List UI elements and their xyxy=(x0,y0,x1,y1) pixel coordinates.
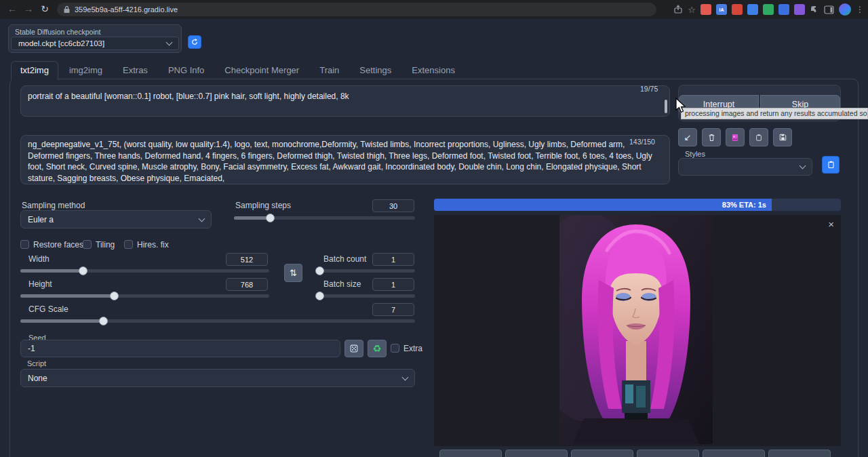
gallery-action-button[interactable] xyxy=(768,450,831,457)
image-viewer: × xyxy=(434,215,841,446)
gallery-actions xyxy=(439,450,831,457)
apply-styles-button[interactable] xyxy=(749,128,768,146)
slider-handle[interactable] xyxy=(315,292,324,300)
tab-img2img[interactable]: img2img xyxy=(60,61,112,81)
swap-icon: ⇅ xyxy=(290,268,297,278)
width-slider[interactable] xyxy=(20,269,269,273)
interrupt-tooltip: processing images and return any results… xyxy=(681,108,868,119)
negative-token-counter: 143/150 xyxy=(629,138,655,146)
apply-style-to-prompt-button[interactable] xyxy=(822,156,840,174)
sampling-steps-value[interactable]: 30 xyxy=(372,199,414,212)
progress-bar: 83% ETA: 1s xyxy=(434,199,841,211)
prompt-text: portrait of a beautiful [woman::0.1] rob… xyxy=(28,92,349,101)
sampling-method-value: Euler a xyxy=(28,215,54,224)
tab-extensions[interactable]: Extensions xyxy=(402,61,465,81)
height-value[interactable]: 768 xyxy=(226,278,268,291)
negative-prompt-text: ng_deepnegative_v1_75t, (worst quality, … xyxy=(28,140,652,183)
swap-dimensions-button[interactable]: ⇅ xyxy=(284,264,302,282)
generated-image[interactable] xyxy=(559,215,713,444)
batch-size-label: Batch size xyxy=(323,279,361,289)
mouse-cursor xyxy=(675,98,688,117)
portrait-image xyxy=(559,215,713,444)
tab-train[interactable]: Train xyxy=(310,61,349,81)
gallery-action-button[interactable] xyxy=(439,450,502,457)
restore-faces-checkbox[interactable] xyxy=(20,240,29,249)
slider-handle[interactable] xyxy=(266,214,275,222)
paste-params-button[interactable]: ↙ xyxy=(678,128,697,146)
dice-icon xyxy=(349,344,359,353)
chevron-down-icon xyxy=(199,215,205,222)
height-slider[interactable] xyxy=(20,294,269,298)
chevron-down-icon xyxy=(402,374,409,380)
close-image-button[interactable]: × xyxy=(828,219,834,229)
cfg-scale-slider[interactable] xyxy=(20,319,415,323)
sampling-method-label: Sampling method xyxy=(22,201,85,210)
sampling-steps-slider[interactable] xyxy=(234,216,415,220)
slider-handle[interactable] xyxy=(79,266,87,275)
paste-arrow-icon: ↙ xyxy=(684,132,692,142)
tab-extras[interactable]: Extras xyxy=(113,61,157,81)
reuse-seed-button[interactable]: ♻ xyxy=(368,340,387,357)
height-label: Height xyxy=(28,279,52,289)
save-style-button[interactable] xyxy=(773,128,792,146)
tab-checkpoint-merger[interactable]: Checkpoint Merger xyxy=(215,61,309,81)
progress-text: 83% ETA: 1s xyxy=(722,201,766,209)
tab-txt2img[interactable]: txt2img xyxy=(11,61,58,81)
trash-icon xyxy=(707,133,716,142)
prompt-token-counter: 19/75 xyxy=(640,85,658,93)
script-value: None xyxy=(28,374,47,383)
clipboard-icon xyxy=(827,160,835,170)
batch-count-value[interactable]: 1 xyxy=(372,253,414,266)
prompt-tools: ↙ xyxy=(678,128,792,146)
script-dropdown[interactable]: None xyxy=(20,369,415,387)
gallery-action-button[interactable] xyxy=(571,450,633,457)
cfg-scale-label: CFG Scale xyxy=(28,304,68,314)
script-label: Script xyxy=(27,359,46,367)
sampling-steps-label: Sampling steps xyxy=(235,201,291,210)
recycle-icon: ♻ xyxy=(373,343,382,354)
clipboard-icon xyxy=(755,133,763,142)
styles-label: Styles xyxy=(685,150,705,158)
sampling-method-dropdown[interactable]: Euler a xyxy=(20,210,212,228)
hires-fix-label: Hires. fix xyxy=(137,240,169,250)
width-label: Width xyxy=(28,254,50,264)
batch-size-value[interactable]: 1 xyxy=(372,278,414,291)
clear-prompt-button[interactable] xyxy=(702,128,721,146)
progress-fill: 83% ETA: 1s xyxy=(434,199,772,211)
hires-fix-checkbox[interactable] xyxy=(124,240,133,249)
card-icon xyxy=(730,133,740,142)
extra-seed-label: Extra xyxy=(403,344,422,353)
gallery-action-button[interactable] xyxy=(637,450,699,457)
tiling-label: Tiling xyxy=(96,240,115,250)
seed-input[interactable]: -1 xyxy=(20,340,340,357)
random-seed-button[interactable] xyxy=(344,340,363,357)
main-tabs: txt2img img2img Extras PNG Info Checkpoi… xyxy=(11,61,465,81)
tiling-checkbox[interactable] xyxy=(83,240,92,249)
restore-faces-label: Restore faces xyxy=(33,240,83,250)
save-icon xyxy=(778,133,787,142)
seed-value: -1 xyxy=(28,344,35,353)
extra-seed-checkbox[interactable] xyxy=(391,344,399,353)
batch-size-slider[interactable] xyxy=(317,294,415,298)
batch-count-label: Batch count xyxy=(323,254,366,264)
slider-handle[interactable] xyxy=(99,317,108,325)
slider-handle[interactable] xyxy=(110,292,119,300)
prompt-input[interactable]: portrait of a beautiful [woman::0.1] rob… xyxy=(20,85,670,117)
batch-count-slider[interactable] xyxy=(317,269,415,273)
extra-networks-button[interactable] xyxy=(726,128,745,146)
prompt-scrollbar[interactable] xyxy=(665,100,667,113)
styles-dropdown[interactable] xyxy=(678,158,812,176)
slider-handle[interactable] xyxy=(315,266,324,275)
gallery-action-button[interactable] xyxy=(703,450,765,457)
tab-png-info[interactable]: PNG Info xyxy=(159,61,214,81)
chevron-down-icon xyxy=(800,163,806,170)
screen: ← → ↻ 359e5b9a-a5ff-4216.gradio.live ☆ I… xyxy=(0,0,868,457)
negative-prompt-input[interactable]: ng_deepnegative_v1_75t, (worst quality, … xyxy=(20,135,670,184)
gallery-action-button[interactable] xyxy=(505,450,568,457)
cfg-scale-value[interactable]: 7 xyxy=(372,303,414,316)
width-value[interactable]: 512 xyxy=(226,253,268,266)
tab-settings[interactable]: Settings xyxy=(350,61,401,81)
